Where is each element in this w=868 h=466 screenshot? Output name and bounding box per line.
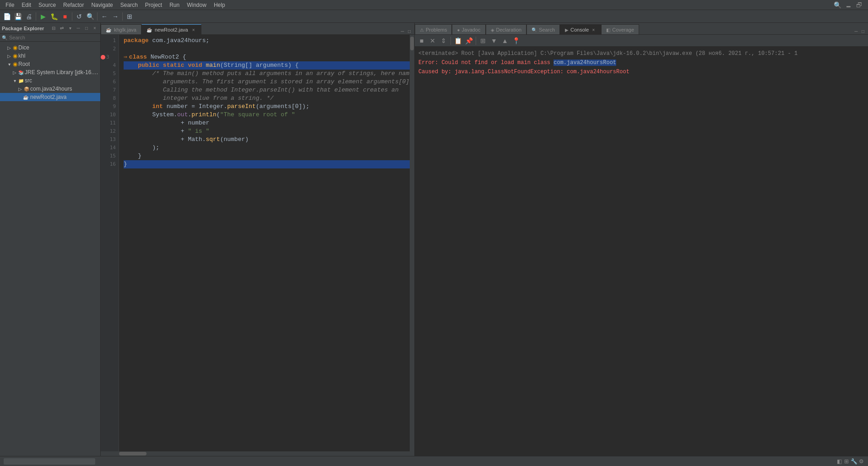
tree-item-src[interactable]: ▾ 📁 src [0, 76, 100, 85]
tab-problems[interactable]: ⚠ Problems [415, 24, 452, 34]
hscroll-thumb[interactable] [119, 452, 146, 455]
editor-hscrollbar[interactable] [101, 451, 414, 456]
maximize-panel-btn[interactable]: □ [83, 25, 90, 32]
pkg-expand-icon: ▷ [16, 85, 24, 92]
minimize-button[interactable]: 🗕 [843, 0, 853, 10]
dice-expand-icon: ▷ [5, 44, 13, 51]
console-paste-btn[interactable]: 📌 [464, 36, 474, 46]
tree-item-root[interactable]: ▾ ◉ Root [0, 60, 100, 68]
vscroll-thumb[interactable] [410, 37, 414, 50]
menu-refactor[interactable]: Refactor [60, 1, 87, 9]
console-scroll-lock-btn[interactable]: ⇕ [439, 36, 449, 46]
error-highlight: com.java24hoursRoot [553, 60, 616, 66]
console-clear-btn[interactable]: ✕ [428, 36, 438, 46]
back-button[interactable]: ← [99, 11, 109, 22]
error-text-2: Caused by: java.lang.ClassNotFoundExcept… [418, 69, 629, 75]
console-expand-btn[interactable]: ⊞ [478, 36, 488, 46]
console-content[interactable]: <terminated> Root [Java Application] C:\… [415, 47, 868, 456]
menu-help[interactable]: Help [210, 1, 229, 9]
tab-search[interactable]: 🔍 Search [526, 24, 560, 34]
tree-content: ▷ ◉ Dice ▷ ◉ khl ▾ ◉ Root ▷ 📚 JRE System… [0, 42, 100, 456]
console-next-btn[interactable]: ▼ [489, 36, 499, 46]
status-description [99, 458, 103, 465]
console-toolbar: ■ ✕ ⇕ 📋 📌 ⊞ ▼ ▲ 📍 [415, 35, 868, 47]
right-panel-minimize-btn[interactable]: ─ [853, 28, 859, 34]
ln-15: 15 [101, 152, 119, 160]
editor-vscrollbar[interactable] [410, 35, 414, 451]
code-line-10: System. out . println ( "The square root… [124, 111, 410, 119]
ln-11: 11 [101, 119, 119, 127]
console-pin-btn[interactable]: 📍 [511, 36, 521, 46]
global-search-button[interactable]: 🔍 [832, 0, 842, 10]
error-text-1: Error: Could not find or load main class [418, 60, 553, 66]
forward-button[interactable]: → [110, 11, 120, 22]
stop-button[interactable]: ■ [60, 11, 70, 22]
menu-search[interactable]: Search [117, 1, 141, 9]
console-stop-btn[interactable]: ■ [417, 36, 427, 46]
editor-tabs: ☕ khglk.java ☕ newRoot2.java × ─ □ [101, 23, 414, 35]
right-panel-maximize-btn[interactable]: □ [860, 28, 866, 34]
status-btn-1[interactable]: ◧ [836, 458, 842, 465]
execution-arrow: ⇒ [124, 53, 127, 61]
open-perspective-button[interactable]: ⊞ [125, 11, 135, 22]
search-toolbar-button[interactable]: 🔍 [85, 11, 95, 22]
status-btn-4[interactable]: ⚙ [858, 458, 864, 465]
minimize-panel-btn[interactable]: ─ [75, 25, 82, 32]
editor-area: ☕ khglk.java ☕ newRoot2.java × ─ □ 1 2 3 [101, 23, 415, 456]
package-search-input[interactable] [7, 35, 98, 40]
menu-window[interactable]: Window [183, 1, 210, 9]
tab-coverage[interactable]: ◧ Coverage [601, 24, 639, 34]
tab-search-label: Search [539, 27, 555, 33]
new-button[interactable]: 📄 [2, 11, 12, 22]
khl-expand-icon: ▷ [5, 52, 13, 60]
editor-content[interactable]: 1 2 3 4 5 6 7 8 9 10 11 12 13 14 15 16 [101, 35, 414, 451]
tab-declaration-label: Declaration [496, 27, 522, 33]
console-copy-btn[interactable]: 📋 [453, 36, 463, 46]
code-editor[interactable]: package com.java24hours; ⇒ class NewRoot… [119, 35, 410, 451]
tab-javadoc[interactable]: ● Javadoc [452, 24, 485, 34]
tab-declaration[interactable]: ◈ Declaration [486, 24, 527, 34]
tab-console[interactable]: ▶ Console × [560, 24, 601, 34]
menu-file[interactable]: File [2, 1, 18, 9]
menu-edit[interactable]: Edit [18, 1, 35, 9]
editor-minimize-btn[interactable]: ─ [399, 28, 406, 34]
link-with-editor-btn[interactable]: ⇄ [58, 25, 65, 32]
code-line-6: arguments. The first argument is stored … [124, 78, 410, 86]
print-button[interactable]: 🖨 [24, 11, 34, 22]
tree-item-khl[interactable]: ▷ ◉ khl [0, 52, 100, 60]
console-prev-btn[interactable]: ▲ [500, 36, 510, 46]
ln-3: 3 [101, 53, 119, 61]
ln-14: 14 [101, 144, 119, 152]
tab-close-console[interactable]: × [591, 27, 596, 33]
package-explorer-title: Package Explorer [2, 26, 44, 31]
run-button[interactable]: ▶ [38, 11, 48, 22]
status-bar: ◧ ⊞ 🔧 ⚙ [0, 456, 868, 466]
editor-panel-controls: ─ □ [399, 28, 412, 34]
maximize-button[interactable]: 🗗 [854, 0, 864, 10]
pkg-icon: 📦 [24, 87, 29, 92]
tree-item-newroot2[interactable]: ☕ newRoot2.java [0, 93, 100, 101]
tab-close-newroot2[interactable]: × [191, 27, 196, 33]
tab-javadoc-label: Javadoc [462, 27, 481, 33]
right-panel-controls: ─ □ [853, 28, 866, 34]
debug-button[interactable]: 🐛 [49, 11, 59, 22]
menu-project[interactable]: Project [141, 1, 166, 9]
tab-khglk[interactable]: ☕ khglk.java [101, 24, 141, 34]
jre-label: JRE System Library [jdk-16.0.2] [25, 69, 98, 76]
menu-source[interactable]: Source [35, 1, 60, 9]
status-btn-2[interactable]: ⊞ [843, 458, 850, 465]
tab-newroot2[interactable]: ☕ newRoot2.java × [141, 24, 201, 34]
tree-item-jre[interactable]: ▷ 📚 JRE System Library [jdk-16.0.2] [0, 68, 100, 76]
tree-item-pkg[interactable]: ▷ 📦 com.java24hours [0, 85, 100, 93]
tree-item-dice[interactable]: ▷ ◉ Dice [0, 43, 100, 52]
menu-run[interactable]: Run [166, 1, 183, 9]
editor-maximize-btn[interactable]: □ [406, 28, 412, 34]
status-btn-3[interactable]: 🔧 [851, 458, 857, 465]
save-button[interactable]: 💾 [13, 11, 23, 22]
console-separator-2 [476, 37, 476, 45]
close-panel-btn[interactable]: × [91, 25, 98, 32]
menu-navigate[interactable]: Navigate [87, 1, 116, 9]
collapse-all-btn[interactable]: ⊟ [50, 25, 57, 32]
refresh-button[interactable]: ↺ [74, 11, 84, 22]
view-menu-btn[interactable]: ▾ [66, 25, 74, 32]
